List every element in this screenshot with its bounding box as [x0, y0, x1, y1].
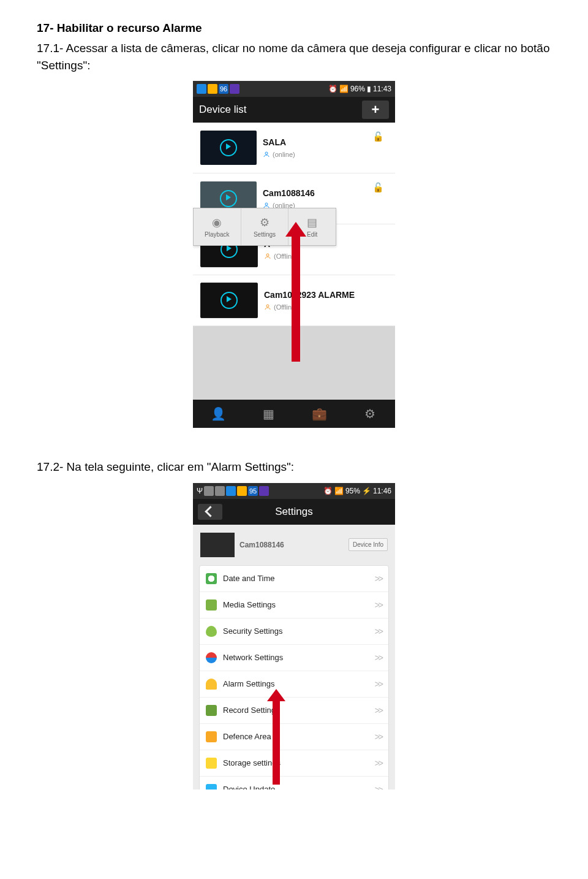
instruction-17-1: 17.1- Acessar a lista de câmeras, clicar…	[37, 40, 551, 74]
device-name: Cam1088146	[239, 541, 284, 549]
settings-row-record[interactable]: Record Settings>>	[200, 698, 388, 724]
update-icon	[206, 784, 217, 790]
chevron-right-icon: >>	[375, 758, 382, 768]
alarm-icon: ⏰	[323, 487, 333, 495]
add-button[interactable]: +	[362, 101, 389, 119]
media-icon	[206, 599, 217, 611]
user-icon	[264, 303, 271, 311]
status-icon-app1	[204, 486, 214, 496]
signal-pct: 96%	[350, 85, 365, 93]
popup-label: Edit	[307, 231, 317, 238]
status-icon-badge: 96	[219, 84, 228, 94]
clock-icon	[206, 573, 217, 584]
popup-label: Settings	[254, 231, 276, 238]
device-header: Cam1088146 Device Info	[193, 525, 395, 565]
lock-open-icon: 🔓	[372, 182, 384, 193]
settings-button[interactable]: ⚙ Settings	[241, 208, 289, 245]
context-menu: ◉ Playback ⚙ Settings ▤ Edit	[193, 208, 336, 246]
lock-icon	[206, 731, 217, 742]
status-icon-app2	[215, 486, 225, 496]
section-heading: 17- Habilitar o recurso Alarme	[37, 21, 551, 35]
settings-row-label: Security Settings	[223, 626, 283, 636]
settings-row-network[interactable]: Network Settings>>	[200, 645, 388, 671]
status-icon-app2	[208, 84, 217, 94]
shield-icon	[206, 626, 217, 637]
bottom-nav: 👤 ▦ 💼 ⚙	[193, 400, 395, 428]
play-icon	[220, 139, 237, 156]
gear-icon: ⚙	[260, 216, 270, 229]
play-icon	[221, 292, 238, 309]
status-icon-badge: 95	[248, 486, 258, 496]
settings-row-defence[interactable]: Defence Area>>	[200, 724, 388, 750]
lock-open-icon: 🔓	[372, 131, 384, 142]
status-icon-usb: Ψ	[197, 487, 203, 495]
playback-button[interactable]: ◉ Playback	[194, 208, 241, 245]
settings-row-label: Defence Area	[223, 732, 271, 741]
screenshot-device-list: 96 ⏰ 📶 96% ▮ 11:43 Device list + SALA (o…	[193, 81, 395, 440]
status-icon-app3	[230, 84, 239, 94]
annotation-arrow	[292, 233, 300, 362]
camera-name: Cam1088146	[263, 188, 388, 198]
wifi-icon: 📶	[334, 487, 344, 495]
device-info-button[interactable]: Device Info	[349, 538, 388, 551]
nav-gear-icon[interactable]: ⚙	[345, 400, 396, 428]
settings-row-storage[interactable]: Storage settings>>	[200, 750, 388, 777]
settings-row-security[interactable]: Security Settings>>	[200, 618, 388, 645]
status-icon-app3	[226, 486, 236, 496]
chevron-right-icon: >>	[375, 574, 382, 584]
page-title: Device list	[199, 104, 246, 116]
screenshot-settings: Ψ 95 ⏰ 📶 95% ⚡ 11:46 Settings Cam108814	[193, 483, 395, 790]
storage-icon	[206, 758, 217, 769]
instruction-17-2: 17.2- Na tela seguinte, clicar em "Alarm…	[37, 459, 551, 476]
user-icon	[264, 253, 271, 260]
settings-row-label: Alarm Settings	[223, 679, 275, 688]
settings-row-update[interactable]: Device Update>>	[200, 777, 388, 790]
clock: 11:46	[373, 487, 391, 495]
alarm-icon: ⏰	[328, 85, 337, 93]
nav-toolbox-icon[interactable]: 💼	[294, 400, 345, 428]
clock: 11:43	[373, 85, 391, 93]
camera-name: Cam1092923 ALARME	[264, 290, 388, 300]
camera-thumbnail	[200, 131, 257, 165]
camera-name: SALA	[263, 137, 388, 147]
settings-row-label: Date and Time	[223, 574, 275, 583]
settings-row-label: Network Settings	[223, 653, 283, 662]
page-title: Settings	[275, 506, 312, 518]
list-item[interactable]: SALA (online) 🔓	[193, 123, 395, 173]
back-button[interactable]	[198, 504, 222, 520]
wifi-icon: 📶	[339, 85, 349, 93]
nav-grid-icon[interactable]: ▦	[244, 400, 295, 428]
chevron-right-icon: >>	[375, 600, 382, 610]
battery-icon: ▮	[367, 85, 371, 93]
record-icon	[206, 705, 217, 716]
chevron-right-icon: >>	[375, 653, 382, 663]
android-status-bar: 96 ⏰ 📶 96% ▮ 11:43	[193, 81, 395, 97]
chevron-right-icon: >>	[375, 679, 382, 689]
svg-point-1	[265, 203, 268, 205]
settings-row-label: Storage settings	[223, 758, 281, 767]
chevron-right-icon: >>	[375, 626, 382, 636]
popup-label: Playback	[205, 231, 230, 238]
svg-point-3	[266, 305, 269, 307]
chevron-right-icon: >>	[375, 732, 382, 742]
user-icon	[263, 151, 270, 158]
device-thumbnail	[200, 533, 235, 557]
settings-row-label: Media Settings	[223, 600, 276, 609]
playback-icon: ◉	[212, 216, 222, 229]
settings-row-media[interactable]: Media Settings>>	[200, 592, 388, 618]
settings-row-alarm[interactable]: Alarm Settings>>	[200, 671, 388, 698]
battery-charging-icon: ⚡	[362, 487, 371, 495]
svg-point-0	[265, 152, 268, 154]
settings-row-label: Record Settings	[223, 706, 280, 715]
status-icon-app4	[237, 486, 247, 496]
android-status-bar: Ψ 95 ⏰ 📶 95% ⚡ 11:46	[193, 483, 395, 499]
settings-row-label: Device Update	[223, 785, 275, 790]
title-bar: Settings	[193, 499, 395, 525]
nav-contacts-icon[interactable]: 👤	[193, 400, 244, 428]
svg-point-2	[266, 254, 269, 256]
edit-icon: ▤	[307, 216, 317, 229]
settings-row-datetime[interactable]: Date and Time>>	[200, 566, 388, 592]
signal-pct: 95%	[345, 487, 360, 495]
chevron-right-icon: >>	[375, 785, 382, 790]
antenna-icon	[206, 652, 217, 663]
